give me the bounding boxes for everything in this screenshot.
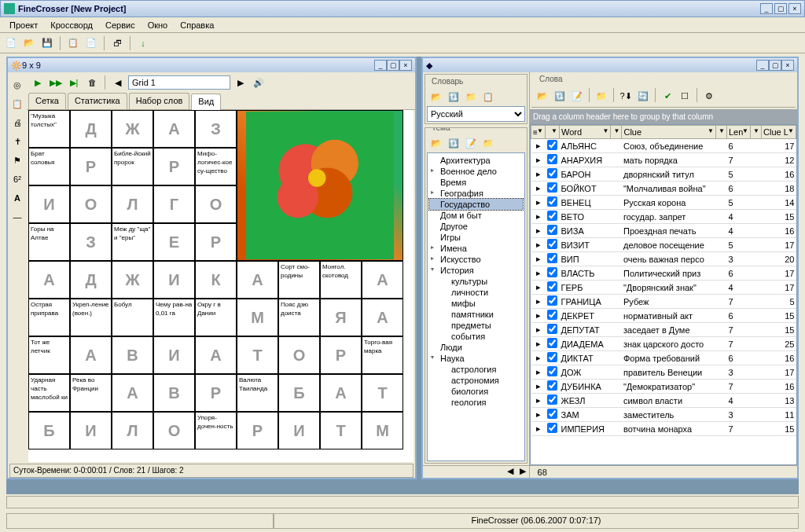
grid-cell[interactable]: Л (112, 185, 153, 223)
vtool-cross-icon[interactable]: ✝ (9, 134, 25, 151)
tree-item[interactable]: Имена (429, 243, 523, 254)
row-checkbox[interactable] (547, 338, 557, 348)
w-edit-icon[interactable]: 📝 (569, 88, 585, 104)
w-gear-icon[interactable]: ⚙ (701, 88, 717, 104)
prev-icon[interactable]: ◀ (110, 75, 126, 90)
tree-item[interactable]: мифы (440, 298, 523, 309)
row-checkbox[interactable] (547, 267, 557, 277)
grid-cell[interactable]: А (28, 261, 70, 299)
grid-cell[interactable]: Окру г в Дании (195, 299, 237, 336)
row-checkbox[interactable] (547, 423, 557, 433)
row-checkbox[interactable] (547, 310, 557, 320)
word-row[interactable]: ▸ГЕРБ"Дворянский знак"417 (531, 281, 796, 295)
grid-cell[interactable]: В (112, 336, 153, 374)
col-sp2[interactable]: ▼ (716, 126, 727, 139)
word-row[interactable]: ▸ИМПЕРИЯвотчина монарха715 (531, 422, 796, 436)
tree-item[interactable]: биология (440, 386, 523, 397)
menu-service[interactable]: Сервис (99, 19, 142, 31)
play-all-icon[interactable]: ▶▶ (48, 75, 64, 90)
w-help-icon[interactable]: ?⬇ (618, 88, 634, 104)
theme-edit-icon[interactable]: 📝 (463, 135, 479, 151)
tree-scroll-left[interactable]: ◀ (504, 466, 516, 478)
dict-max-button[interactable]: ▢ (769, 60, 781, 71)
word-row[interactable]: ▸АЛЬЯНССоюз, объединение617 (531, 139, 796, 153)
tab-grid[interactable]: Сетка (28, 93, 66, 109)
grid-cell[interactable]: М (362, 412, 403, 449)
grid-cell[interactable]: И (28, 185, 70, 223)
dict-close-button[interactable]: × (781, 60, 794, 71)
lang-combo[interactable]: Русский (427, 106, 525, 122)
row-checkbox[interactable] (547, 225, 557, 235)
word-row[interactable]: ▸ВИЗИТделовое посещение517 (531, 238, 796, 252)
grid-cell[interactable]: А (195, 336, 237, 374)
tree-item[interactable]: личности (440, 287, 523, 298)
w-check-icon[interactable]: ✔ (660, 88, 675, 104)
play-icon[interactable]: ▶ (30, 75, 46, 90)
vtool-target-icon[interactable]: ◎ (9, 77, 25, 94)
row-checkbox[interactable] (547, 253, 557, 263)
theme-del-icon[interactable]: 📁 (480, 135, 496, 151)
row-checkbox[interactable] (547, 281, 557, 292)
grid-combo[interactable] (128, 75, 230, 90)
grid-cell[interactable]: О (70, 185, 112, 223)
w-open-icon[interactable]: 📂 (535, 88, 550, 104)
menu-window[interactable]: Окно (142, 19, 175, 31)
row-checkbox[interactable] (547, 295, 557, 306)
tree-item[interactable]: Военное дело (429, 166, 523, 177)
col-clue[interactable]: Clue▼ (622, 126, 716, 139)
grid-cell[interactable]: А (112, 374, 153, 412)
grid-cell[interactable]: И (153, 336, 195, 374)
word-row[interactable]: ▸ДЕКРЕТнормативный акт615 (531, 309, 796, 323)
grid-cell[interactable]: Ударная часть маслобой ки (28, 374, 70, 412)
arrow-down-icon[interactable]: ↓ (135, 35, 151, 51)
tree-item[interactable]: География (429, 188, 523, 199)
row-checkbox[interactable] (547, 239, 557, 249)
tree-scroll-right[interactable]: ▶ (516, 466, 529, 478)
next-icon[interactable]: ▶ (233, 75, 248, 90)
row-checkbox[interactable] (547, 211, 557, 221)
close-button[interactable]: × (788, 3, 801, 14)
grid-cell[interactable]: Т (237, 336, 278, 374)
grid-cell[interactable]: О (195, 185, 237, 223)
row-checkbox[interactable] (547, 409, 557, 419)
menu-help[interactable]: Справка (174, 19, 220, 31)
grid-cell[interactable]: "Музыка толстых" (28, 110, 70, 148)
vtool-minus-icon[interactable]: — (9, 209, 25, 226)
grid-cell[interactable]: О (153, 412, 195, 449)
grid-cell[interactable]: Торго-вая марка (362, 336, 403, 374)
save-icon[interactable]: 💾 (39, 35, 55, 51)
row-checkbox[interactable] (547, 154, 557, 164)
grid-cell[interactable]: Р (195, 223, 237, 261)
row-checkbox[interactable] (547, 196, 557, 207)
word-row[interactable]: ▸БОЙКОТ"Молчаливая война"618 (531, 182, 796, 196)
words-grid[interactable]: ≡▼ ▼ Word▼ ▼ Clue▼ ▼ Len▼ ▼ Clue L▼ ▸АЛЬ… (530, 124, 797, 465)
grid-max-button[interactable]: ▢ (387, 60, 399, 71)
menu-project[interactable]: Проект (3, 19, 44, 31)
tree-item[interactable]: памятники (440, 309, 523, 320)
grid-cell[interactable]: Укреп-ление (воен.) (70, 299, 112, 336)
grid-cell[interactable]: Т (320, 412, 362, 449)
vtool-copy-icon[interactable]: 📋 (9, 96, 25, 113)
word-row[interactable]: ▸ДЕПУТАТзаседает в Думе715 (531, 323, 796, 337)
tab-stats[interactable]: Статистика (68, 93, 127, 109)
col-len[interactable]: Len▼ (727, 126, 751, 139)
tree-item[interactable]: Архитектура (429, 155, 523, 166)
grid-window-titlebar[interactable]: 🔆 9 x 9 _ ▢ × (8, 58, 415, 72)
row-checkbox[interactable] (547, 352, 557, 362)
grid-cell[interactable]: Р (70, 148, 112, 185)
grid-cell[interactable]: Б (28, 412, 70, 449)
grid-cell[interactable]: Тот же летчик (28, 336, 70, 374)
row-checkbox[interactable] (547, 380, 557, 391)
tree-item[interactable]: астрология (440, 364, 523, 375)
vtool-sub-icon[interactable]: 6² (9, 171, 25, 189)
tree-item[interactable]: астрономия (440, 375, 523, 386)
row-checkbox[interactable] (547, 394, 557, 405)
grid-cell[interactable]: Мифо-логичес-кое су-щество (195, 148, 237, 185)
grid-cell[interactable]: Валюта Таиланда (237, 374, 278, 412)
tab-view[interactable]: Вид (191, 94, 221, 110)
dict-open-icon[interactable]: 📂 (428, 89, 444, 105)
dict-sort-icon[interactable]: 🔃 (446, 89, 461, 105)
word-row[interactable]: ▸ВИЗАПроездная печать416 (531, 224, 796, 238)
word-row[interactable]: ▸ВЕНЕЦРусская корона514 (531, 196, 796, 210)
word-row[interactable]: ▸ВЕТОгосудар. запрет415 (531, 210, 796, 224)
